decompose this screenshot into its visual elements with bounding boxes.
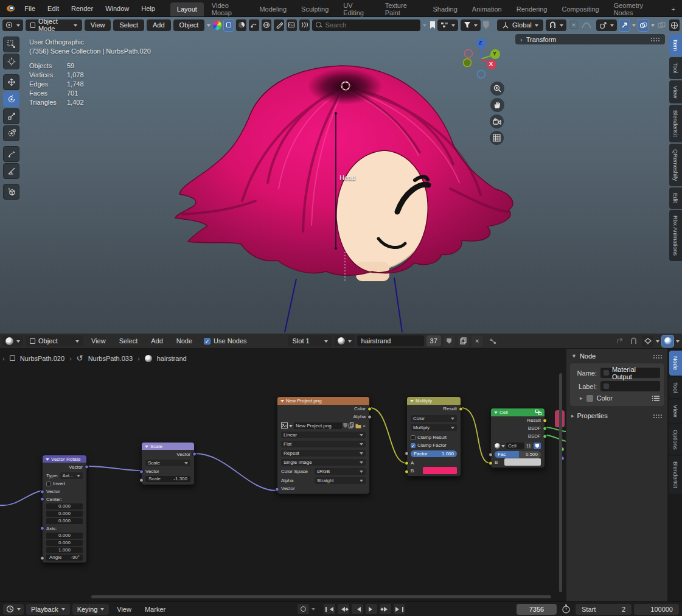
tab-view[interactable]: View	[669, 80, 682, 103]
material-browse-button[interactable]	[335, 335, 355, 346]
stopwatch-icon[interactable]	[562, 604, 571, 614]
chevron-down-icon[interactable]	[207, 24, 211, 29]
snap-node-icon[interactable]	[628, 335, 639, 347]
angle-field[interactable]: Angle-90°	[46, 555, 83, 561]
operation-dropdown[interactable]: Scale	[145, 460, 190, 466]
list-icon[interactable]	[652, 395, 660, 402]
mode-selector[interactable]: Object Mode	[26, 19, 82, 31]
blend-mode-dropdown[interactable]: Multiply	[411, 424, 457, 431]
collapse-icon[interactable]	[410, 400, 414, 404]
alpha-mode-dropdown[interactable]: Straight	[315, 477, 366, 484]
copy-icon[interactable]	[349, 422, 354, 429]
viewport-menu-add[interactable]: Add	[147, 19, 171, 31]
play-reverse-button[interactable]	[352, 604, 363, 614]
search-history-chevron[interactable]	[423, 24, 426, 29]
collapse-icon[interactable]	[494, 411, 498, 416]
panel-grip[interactable]	[653, 354, 663, 359]
pin-icon[interactable]: ⊶	[487, 335, 499, 347]
vector-output-socket[interactable]	[85, 465, 89, 469]
axis-input-socket[interactable]	[40, 527, 44, 531]
viewport-menu-select[interactable]: Select	[113, 19, 144, 31]
b-color-swatch[interactable]	[423, 467, 457, 474]
menu-render[interactable]: Render	[66, 2, 99, 15]
data-type-dropdown[interactable]: Color	[411, 415, 457, 422]
color-space-dropdown[interactable]: sRGB	[315, 468, 366, 475]
menu-file[interactable]: File	[19, 2, 41, 15]
shading-mode-button[interactable]	[669, 19, 680, 31]
center-y-field[interactable]: 0.000	[46, 511, 83, 517]
vector-input-socket[interactable]	[139, 469, 144, 474]
snap-settings-button[interactable]	[546, 19, 566, 31]
node-vector-rotate[interactable]: Vector Rotate Vector Type:Axi... Invert …	[42, 455, 87, 563]
fac-slider[interactable]: Fac0.500	[495, 451, 541, 458]
tab-blenderkit[interactable]: BlenderKit	[669, 456, 682, 494]
axis-z-field[interactable]: 1.000	[46, 547, 83, 553]
keying-menu[interactable]: Keying	[72, 604, 110, 615]
shader-editor-type-button[interactable]	[2, 335, 23, 346]
play-button[interactable]	[366, 604, 377, 614]
color-swatch[interactable]	[586, 395, 593, 402]
tool-cursor[interactable]	[3, 54, 19, 69]
workspace-tab-sculpting[interactable]: Sculpting	[294, 2, 335, 16]
clamp-result-checkbox[interactable]: Clamp Result	[407, 433, 461, 441]
collapse-icon[interactable]	[145, 446, 148, 450]
tab-view[interactable]: View	[669, 399, 682, 422]
tab-tool[interactable]: Tool	[669, 57, 682, 79]
bsdf-output-socket[interactable]	[543, 434, 547, 438]
tab-options[interactable]: Options	[669, 424, 682, 455]
transform-orientation-selector[interactable]: Global	[497, 19, 543, 31]
chevron-down-icon[interactable]	[311, 608, 315, 612]
folder-icon[interactable]	[355, 423, 361, 429]
workspace-tab-modeling[interactable]: Modeling	[252, 2, 293, 16]
playback-menu[interactable]: Playback	[26, 604, 70, 615]
scale-field[interactable]: Scale-1.300	[145, 476, 190, 482]
frame-start-field[interactable]: Start2	[576, 604, 632, 615]
shader-mode-selector[interactable]: Object	[26, 335, 83, 346]
current-frame-field[interactable]: 7356	[517, 604, 557, 615]
mode-quick-weight-paint-button[interactable]	[274, 19, 284, 31]
vector-input-socket[interactable]	[275, 488, 279, 492]
axis-y-field[interactable]: 0.000	[46, 540, 83, 546]
chevron-down-icon[interactable]	[676, 340, 680, 345]
extension-dropdown[interactable]: Repeat	[281, 450, 366, 457]
show-gizmo-button[interactable]	[596, 19, 617, 31]
bookmark-icon[interactable]	[429, 21, 436, 29]
shader-menu-view[interactable]: View	[86, 335, 111, 347]
color-wheel-icon[interactable]	[213, 21, 221, 30]
proportional-falloff-icon[interactable]	[582, 19, 592, 31]
fake-user-shield-button[interactable]	[534, 443, 541, 449]
shader-menu-add[interactable]: Add	[145, 335, 169, 347]
axis-y-ball[interactable]: Y	[493, 51, 496, 57]
camera-view-button[interactable]	[490, 114, 504, 128]
node-image-texture[interactable]: New Project.png Color Alpha New Project.…	[277, 396, 370, 494]
b-input-socket[interactable]	[405, 469, 409, 474]
mode-quick-texture-paint-button[interactable]	[287, 19, 297, 31]
color-output-socket[interactable]	[367, 407, 372, 411]
factor-input-socket[interactable]	[405, 452, 409, 456]
timeline-editor-type-button[interactable]	[3, 604, 24, 615]
horizontal-scrollbar[interactable]	[91, 595, 551, 598]
b-color-swatch[interactable]	[504, 458, 541, 466]
new-material-button[interactable]	[458, 335, 469, 347]
tool-annotate[interactable]	[3, 146, 19, 162]
shield-icon[interactable]	[483, 21, 489, 29]
expand-icon[interactable]: ▸	[580, 395, 583, 401]
filter-button[interactable]	[461, 19, 481, 31]
axis-x-ball[interactable]: X	[489, 61, 493, 67]
interpolation-dropdown[interactable]: Linear	[281, 432, 366, 438]
proportional-editing-toggle[interactable]	[569, 19, 579, 31]
editor-type-button[interactable]	[2, 19, 23, 31]
tool-rotate[interactable]	[3, 91, 19, 107]
workspace-tab-layout[interactable]: Layout	[170, 2, 204, 16]
mode-quick-object-button[interactable]	[224, 19, 234, 31]
panel-grip[interactable]	[650, 37, 660, 41]
mode-quick-particle-button[interactable]	[299, 19, 310, 31]
center-input-socket[interactable]	[40, 497, 44, 502]
collapse-icon[interactable]	[280, 400, 284, 404]
alpha-output-socket[interactable]	[367, 415, 372, 419]
chevron-down-icon[interactable]	[651, 24, 655, 29]
workspace-tab-rendering[interactable]: Rendering	[510, 2, 554, 16]
tab-node[interactable]: Node	[669, 351, 682, 376]
group-name-field[interactable]: Cell	[506, 443, 524, 449]
viewport-menu-object[interactable]: Object	[173, 19, 205, 31]
